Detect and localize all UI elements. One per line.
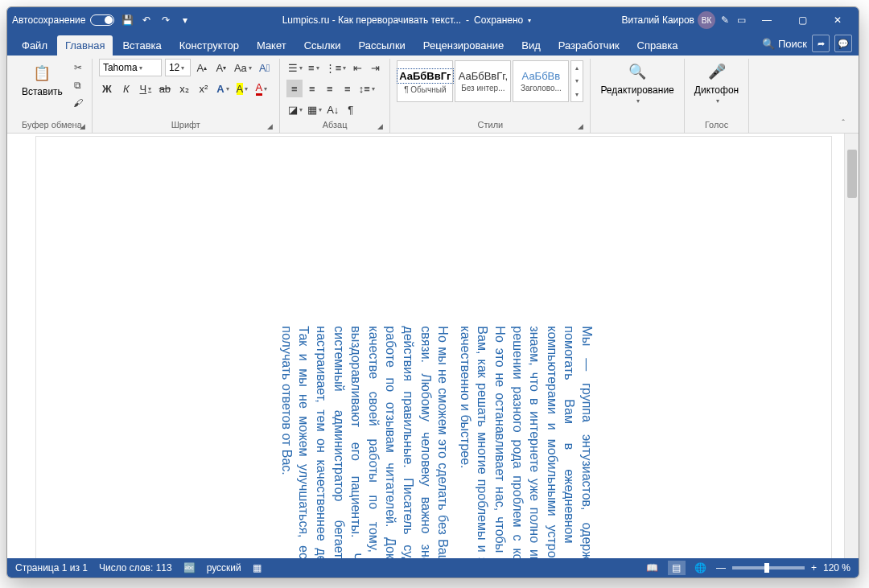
paste-button[interactable]: 📋 Вставить: [19, 60, 66, 99]
close-button[interactable]: ✕: [822, 7, 854, 33]
numbering-button[interactable]: ≡▾: [306, 59, 322, 76]
user-avatar[interactable]: ВК: [698, 11, 715, 29]
cut-button[interactable]: ✂: [71, 60, 85, 75]
document-area[interactable]: Мы — группа энтузиастов, одержимых идеей…: [7, 134, 859, 558]
style-normal[interactable]: АаБбВвГг ¶ Обычный: [397, 60, 453, 102]
grow-font-button[interactable]: A▴: [194, 59, 210, 76]
macro-icon[interactable]: ▦: [253, 562, 262, 574]
superscript-button[interactable]: x²: [196, 80, 212, 97]
style-heading1[interactable]: АаБбВв Заголово...: [513, 60, 569, 102]
qat-customize-icon[interactable]: ▾: [179, 14, 192, 27]
subscript-button[interactable]: x₂: [176, 80, 192, 97]
rotated-text-box[interactable]: Мы — группа энтузиастов, одержимых идеей…: [274, 326, 596, 558]
styles-more-button[interactable]: ▴▾▾: [570, 60, 583, 102]
font-color-button[interactable]: A▾: [253, 80, 270, 97]
autosave-toggle[interactable]: [90, 14, 114, 26]
zoom-out-button[interactable]: —: [716, 562, 726, 574]
title-bar: Автосохранение 💾 ↶ ↷ ▾ Lumpics.ru - Как …: [7, 7, 859, 33]
strike-button[interactable]: ab: [157, 80, 173, 97]
font-launcher[interactable]: ◢: [267, 122, 273, 130]
save-icon[interactable]: 💾: [121, 14, 134, 27]
tab-layout[interactable]: Макет: [249, 35, 294, 56]
search-button[interactable]: 🔍 Поиск: [762, 38, 807, 50]
change-case-button[interactable]: Aa▾: [233, 59, 253, 76]
autosave-label: Автосохранение: [12, 14, 85, 26]
proofing-icon[interactable]: 🔤: [183, 562, 196, 574]
zoom-level[interactable]: 120 %: [823, 562, 850, 574]
copy-button[interactable]: ⧉: [71, 78, 85, 93]
tab-file[interactable]: Файл: [14, 35, 56, 56]
drawing-icon[interactable]: ✎: [719, 14, 731, 27]
line-spacing-button[interactable]: ↕≡▾: [357, 80, 377, 97]
highlight-button[interactable]: A▾: [234, 80, 250, 97]
shrink-font-button[interactable]: A▾: [213, 59, 229, 76]
vertical-scrollbar[interactable]: [844, 134, 859, 558]
clipboard-launcher[interactable]: ◢: [80, 122, 85, 130]
shading-button[interactable]: ◪▾: [286, 101, 304, 118]
mic-icon: 🎤: [706, 60, 728, 83]
collapse-ribbon-button[interactable]: ˆ: [833, 118, 854, 128]
editing-button[interactable]: 🔍 Редактирование ▾: [597, 59, 677, 106]
minimize-button[interactable]: —: [751, 7, 783, 33]
justify-button[interactable]: ≡: [340, 80, 356, 97]
find-icon: 🔍: [626, 60, 649, 83]
zoom-in-button[interactable]: +: [811, 562, 817, 574]
text-effects-button[interactable]: A▾: [215, 80, 231, 97]
paragraph-1[interactable]: Мы — группа энтузиастов, одержимых идеей…: [457, 326, 596, 558]
scrollbar-thumb[interactable]: [847, 150, 857, 198]
user-name[interactable]: Виталий Каиров: [621, 14, 694, 26]
undo-icon[interactable]: ↶: [140, 14, 153, 27]
format-painter-button[interactable]: 🖌: [71, 96, 85, 110]
align-left-button[interactable]: ≡: [286, 80, 303, 97]
borders-button[interactable]: ▦▾: [306, 101, 323, 118]
saved-status[interactable]: Сохранено: [474, 14, 523, 26]
saved-dropdown-icon[interactable]: ▾: [528, 17, 531, 24]
sort-button[interactable]: A↓: [325, 101, 341, 118]
bullets-button[interactable]: ☰▾: [286, 59, 304, 76]
page-indicator[interactable]: Страница 1 из 1: [15, 562, 88, 574]
tab-references[interactable]: Ссылки: [296, 35, 349, 56]
word-count[interactable]: Число слов: 113: [99, 562, 172, 574]
tab-insert[interactable]: Вставка: [114, 35, 169, 56]
styles-launcher[interactable]: ◢: [578, 122, 583, 130]
comments-button[interactable]: 💬: [834, 35, 852, 52]
group-styles: АаБбВвГг ¶ Обычный АаБбВвГг, Без интер..…: [390, 59, 591, 133]
tab-review[interactable]: Рецензирование: [415, 35, 512, 56]
tab-home[interactable]: Главная: [57, 35, 113, 56]
align-right-button[interactable]: ≡: [322, 80, 338, 97]
page[interactable]: Мы — группа энтузиастов, одержимых идеей…: [36, 137, 831, 558]
web-layout-button[interactable]: 🌐: [692, 561, 710, 575]
tab-view[interactable]: Вид: [513, 35, 549, 56]
tab-help[interactable]: Справка: [629, 35, 686, 56]
show-marks-button[interactable]: ¶: [343, 101, 359, 118]
maximize-button[interactable]: ▢: [786, 7, 818, 33]
language-indicator[interactable]: русский: [207, 562, 241, 574]
tab-developer[interactable]: Разработчик: [550, 35, 628, 56]
redo-icon[interactable]: ↷: [159, 14, 172, 27]
bold-button[interactable]: Ж: [99, 80, 115, 97]
share-button[interactable]: ➦: [812, 35, 830, 52]
italic-button[interactable]: К: [118, 80, 134, 97]
status-bar: Страница 1 из 1 Число слов: 113 🔤 русски…: [7, 558, 859, 578]
multilevel-button[interactable]: ⋮≡▾: [323, 59, 348, 76]
decrease-indent-button[interactable]: ⇤: [349, 59, 365, 76]
paragraph-2[interactable]: Но мы не сможем это сделать без Вашей об…: [278, 326, 452, 558]
align-center-button[interactable]: ≡: [304, 80, 320, 97]
ribbon-display-icon[interactable]: ▭: [735, 14, 748, 27]
document-title: Lumpics.ru - Как переворачивать текст...: [282, 14, 461, 26]
font-name-select[interactable]: Tahoma▾: [99, 59, 162, 76]
group-paragraph: ☰▾ ≡▾ ⋮≡▾ ⇤ ⇥ ≡ ≡ ≡ ≡ ↕≡▾ ◪▾ ▦▾ A↓: [280, 59, 391, 133]
paste-icon: 📋: [31, 62, 53, 84]
print-layout-button[interactable]: ▤: [668, 561, 686, 575]
zoom-slider[interactable]: [732, 566, 805, 569]
tab-mailings[interactable]: Рассылки: [350, 35, 413, 56]
tab-design[interactable]: Конструктор: [171, 35, 247, 56]
read-mode-button[interactable]: 📖: [644, 561, 661, 575]
increase-indent-button[interactable]: ⇥: [367, 59, 383, 76]
dictate-button[interactable]: 🎤 Диктофон ▾: [691, 59, 742, 106]
style-no-spacing[interactable]: АаБбВвГг, Без интер...: [455, 60, 511, 102]
clear-format-button[interactable]: A⃠: [257, 59, 273, 76]
paragraph-launcher[interactable]: ◢: [377, 122, 383, 130]
font-size-select[interactable]: 12▾: [165, 59, 191, 76]
underline-button[interactable]: Ч▾: [138, 80, 154, 97]
